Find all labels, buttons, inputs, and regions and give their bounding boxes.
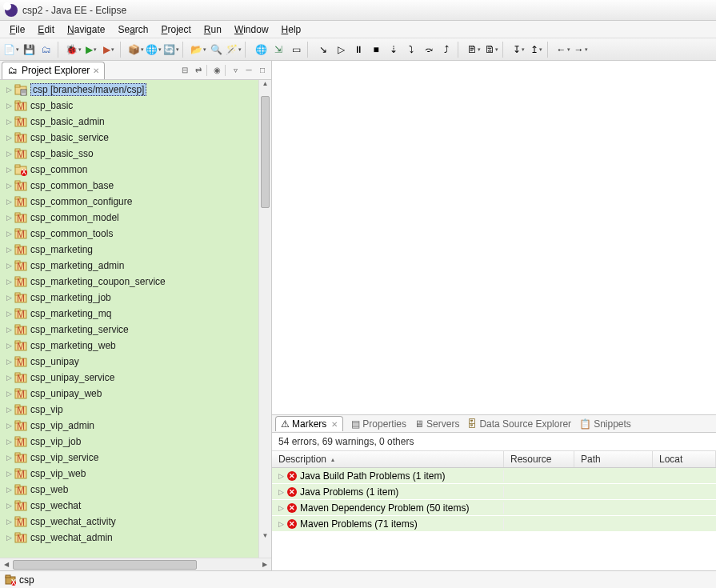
menu-search[interactable]: Search bbox=[111, 22, 154, 37]
expand-icon[interactable]: ▷ bbox=[5, 278, 13, 286]
wizard-button[interactable]: 🪄 bbox=[226, 42, 242, 58]
expand-icon[interactable]: ▷ bbox=[5, 438, 13, 446]
close-x-icon[interactable]: ✕ bbox=[93, 66, 99, 75]
expand-icon[interactable]: ▷ bbox=[5, 246, 13, 254]
menu-help[interactable]: Help bbox=[275, 22, 308, 37]
expand-icon[interactable]: ▷ bbox=[5, 310, 13, 318]
expand-icon[interactable]: ▷ bbox=[5, 326, 13, 334]
tree-item[interactable]: ▷Mcsp_vip_admin bbox=[0, 418, 258, 434]
tab-properties[interactable]: ▤ Properties bbox=[351, 418, 406, 430]
resume-button[interactable]: ▷ bbox=[333, 42, 349, 58]
tree-item[interactable]: ▷Mcsp_wechat_activity bbox=[0, 514, 258, 530]
debug-button[interactable]: 🐞 bbox=[66, 42, 82, 58]
link-editor-button[interactable]: ⇲ bbox=[270, 42, 286, 58]
editor-area[interactable] bbox=[272, 61, 716, 414]
history-fwd-button[interactable]: 🖺 bbox=[483, 42, 499, 58]
expand-icon[interactable]: ▷ bbox=[278, 472, 284, 480]
open-web-button[interactable]: 🌐 bbox=[146, 42, 162, 58]
tree-item[interactable]: ▷Mcsp_vip_service bbox=[0, 450, 258, 466]
forward-button[interactable]: → bbox=[573, 42, 589, 58]
expand-icon[interactable]: ▷ bbox=[5, 390, 13, 398]
focus-task-icon[interactable]: ◉ bbox=[211, 65, 222, 76]
tree-item[interactable]: ▷Mcsp_vip bbox=[0, 402, 258, 418]
view-menu-icon[interactable]: ▿ bbox=[230, 65, 241, 76]
scroll-down-arrow-icon[interactable]: ▼ bbox=[259, 532, 271, 545]
column-location[interactable]: Locat bbox=[653, 451, 716, 467]
tree-item[interactable]: ▷csp [branches/maven/csp] bbox=[0, 82, 258, 98]
column-resource[interactable]: Resource bbox=[504, 451, 574, 467]
expand-icon[interactable]: ▷ bbox=[5, 374, 13, 382]
collapse-all-icon[interactable]: ⊟ bbox=[179, 65, 190, 76]
project-tree[interactable]: ▷csp [branches/maven/csp]▷Mcsp_basic▷Mcs… bbox=[0, 80, 258, 558]
tab-markers[interactable]: ⚠ Markers ✕ bbox=[275, 416, 343, 431]
tree-item[interactable]: ▷Mcsp_vip_web bbox=[0, 466, 258, 482]
menu-edit[interactable]: Edit bbox=[31, 22, 61, 37]
tree-item[interactable]: ▷Mcsp_wechat bbox=[0, 498, 258, 514]
tab-data-source-explorer[interactable]: 🗄 Data Source Explorer bbox=[467, 418, 571, 430]
expand-icon[interactable]: ▷ bbox=[5, 518, 13, 526]
expand-icon[interactable]: ▷ bbox=[278, 520, 284, 528]
expand-icon[interactable]: ▷ bbox=[5, 358, 13, 366]
tree-item[interactable]: ▷Mcsp_web bbox=[0, 482, 258, 498]
expand-icon[interactable]: ▷ bbox=[5, 166, 13, 174]
vertical-scrollbar[interactable]: ▲ ▼ bbox=[258, 80, 271, 558]
new-package-button[interactable]: 📦 bbox=[128, 42, 144, 58]
prev-annotation-button[interactable]: ↥ bbox=[528, 42, 544, 58]
tree-item[interactable]: ▷Mcsp_marketing_admin bbox=[0, 258, 258, 274]
expand-icon[interactable]: ▷ bbox=[5, 262, 13, 270]
expand-icon[interactable]: ▷ bbox=[5, 294, 13, 302]
toggle-breadcrumb-button[interactable]: ▭ bbox=[288, 42, 304, 58]
step-return-button[interactable]: ⤴ bbox=[438, 42, 454, 58]
link-with-editor-icon[interactable]: ⇄ bbox=[193, 65, 204, 76]
scrollbar-thumb[interactable] bbox=[13, 560, 197, 570]
tree-item[interactable]: ▷Mcsp_unipay_web bbox=[0, 386, 258, 402]
table-row[interactable]: ▷✕Java Problems (1 item) bbox=[272, 484, 716, 500]
tree-item[interactable]: ▷Mcsp_marketing bbox=[0, 242, 258, 258]
menu-run[interactable]: Run bbox=[198, 22, 228, 37]
tree-item[interactable]: ▷Mcsp_common_configure bbox=[0, 194, 258, 210]
tree-item[interactable]: ▷Mcsp_common_tools bbox=[0, 226, 258, 242]
tree-item[interactable]: ▷Mcsp_basic bbox=[0, 98, 258, 114]
table-row[interactable]: ▷✕Maven Problems (71 items) bbox=[272, 516, 716, 532]
tree-item[interactable]: ▷Mcsp_unipay_service bbox=[0, 370, 258, 386]
expand-icon[interactable]: ▷ bbox=[5, 534, 13, 542]
close-x-icon[interactable]: ✕ bbox=[331, 420, 338, 429]
expand-icon[interactable]: ▷ bbox=[5, 502, 13, 510]
expand-icon[interactable]: ▷ bbox=[5, 454, 13, 462]
tree-item[interactable]: ▷Mcsp_unipay bbox=[0, 354, 258, 370]
expand-icon[interactable]: ▷ bbox=[5, 470, 13, 478]
horizontal-scrollbar[interactable]: ◀ ▶ bbox=[0, 558, 271, 570]
expand-icon[interactable]: ▷ bbox=[5, 198, 13, 206]
tree-item[interactable]: ▷Mcsp_marketing_coupon_service bbox=[0, 274, 258, 290]
maximize-icon[interactable]: □ bbox=[257, 65, 268, 76]
expand-icon[interactable]: ▷ bbox=[278, 488, 284, 496]
tree-item[interactable]: ▷Mcsp_marketing_service bbox=[0, 322, 258, 338]
open-type-button[interactable]: 📂 bbox=[190, 42, 206, 58]
next-annotation-button[interactable]: ↧ bbox=[510, 42, 526, 58]
menu-file[interactable]: File bbox=[3, 22, 31, 37]
tree-item[interactable]: ▷Mcsp_marketing_web bbox=[0, 338, 258, 354]
disconnect-button[interactable]: ⇣ bbox=[386, 42, 402, 58]
expand-icon[interactable]: ▷ bbox=[5, 134, 13, 142]
expand-icon[interactable]: ▷ bbox=[5, 406, 13, 414]
step-over-button[interactable]: ⤼ bbox=[421, 42, 437, 58]
search-button[interactable]: 🔍 bbox=[208, 42, 224, 58]
menu-navigate[interactable]: Navigate bbox=[61, 22, 111, 37]
tree-item[interactable]: ▷Mcsp_common_model bbox=[0, 210, 258, 226]
scroll-left-arrow-icon[interactable]: ◀ bbox=[0, 561, 13, 568]
sync-button[interactable]: 🔄 bbox=[163, 42, 179, 58]
scroll-right-arrow-icon[interactable]: ▶ bbox=[258, 561, 271, 568]
table-row[interactable]: ▷✕Maven Dependency Problem (50 items) bbox=[272, 500, 716, 516]
terminate-button[interactable]: ■ bbox=[368, 42, 384, 58]
back-button[interactable]: ← bbox=[555, 42, 571, 58]
expand-icon[interactable]: ▷ bbox=[5, 486, 13, 494]
tree-item[interactable]: ▷Mcsp_vip_job bbox=[0, 434, 258, 450]
skip-breakpoints-button[interactable]: ↘ bbox=[315, 42, 331, 58]
table-row[interactable]: ▷✕Java Build Path Problems (1 item) bbox=[272, 468, 716, 484]
tab-servers[interactable]: 🖥 Servers bbox=[414, 418, 459, 430]
save-button[interactable]: 💾 bbox=[21, 42, 37, 58]
tab-snippets[interactable]: 📋 Snippets bbox=[579, 418, 631, 430]
tree-item[interactable]: ▷Mcsp_common_base bbox=[0, 178, 258, 194]
history-back-button[interactable]: 🖹 bbox=[466, 42, 482, 58]
expand-icon[interactable]: ▷ bbox=[5, 230, 13, 238]
